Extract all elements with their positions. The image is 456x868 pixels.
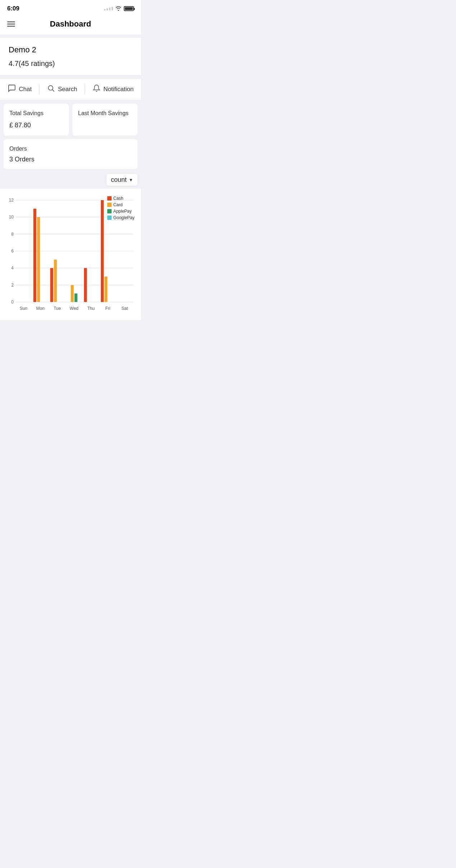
- divider-2: [85, 84, 85, 94]
- svg-rect-28: [101, 200, 104, 302]
- action-bar: Chat Search Notification: [0, 79, 141, 100]
- orders-label: Orders: [9, 146, 132, 152]
- legend-item-applepay: ApplePay: [107, 209, 135, 214]
- legend-label-applepay: ApplePay: [113, 209, 132, 214]
- chart-area: 024681012SunMonTueWedThuFriSat CashCardA…: [4, 194, 137, 316]
- battery-icon: [124, 6, 134, 11]
- svg-text:Sat: Sat: [121, 306, 128, 311]
- legend-label-cash: Cash: [113, 196, 123, 201]
- chat-icon: [8, 84, 16, 95]
- chat-button[interactable]: Chat: [8, 84, 32, 95]
- svg-text:Thu: Thu: [87, 306, 95, 311]
- divider-1: [39, 84, 39, 94]
- header: Dashboard: [0, 15, 141, 34]
- notification-icon: [93, 84, 100, 94]
- legend-label-card: Card: [113, 202, 123, 207]
- total-savings-label: Total Savings: [9, 110, 63, 117]
- legend-item-cash: Cash: [107, 196, 135, 201]
- legend-color-googlepay: [107, 216, 112, 220]
- legend-color-card: [107, 203, 112, 207]
- total-savings-value: £ 87.80: [9, 122, 63, 129]
- svg-rect-26: [84, 268, 87, 302]
- status-bar: 6:09: [0, 0, 141, 15]
- legend-item-googlepay: GooglePay: [107, 215, 135, 220]
- svg-rect-18: [37, 217, 40, 302]
- svg-rect-23: [71, 285, 74, 302]
- count-dropdown-row: count ▼: [0, 171, 141, 187]
- svg-rect-29: [104, 277, 107, 302]
- restaurant-rating: 4.7(45 ratings): [9, 60, 132, 68]
- search-button[interactable]: Search: [47, 84, 77, 94]
- svg-text:Wed: Wed: [70, 306, 78, 311]
- signal-icon: [104, 7, 113, 10]
- svg-text:4: 4: [11, 265, 14, 270]
- svg-text:0: 0: [11, 299, 14, 305]
- chart-legend: CashCardApplePayGooglePay: [107, 196, 135, 220]
- notification-button[interactable]: Notification: [93, 84, 133, 94]
- svg-text:12: 12: [9, 198, 14, 203]
- svg-text:8: 8: [11, 232, 14, 237]
- svg-rect-21: [54, 260, 57, 302]
- svg-line-1: [53, 90, 55, 91]
- search-icon: [47, 84, 55, 94]
- orders-card: Orders 3 Orders: [4, 139, 137, 169]
- restaurant-card: Demo 2 4.7(45 ratings): [0, 38, 141, 75]
- legend-color-cash: [107, 196, 112, 201]
- count-dropdown[interactable]: count ▼: [107, 174, 137, 186]
- menu-button[interactable]: [7, 22, 15, 27]
- svg-text:Mon: Mon: [36, 306, 44, 311]
- chevron-down-icon: ▼: [129, 178, 133, 183]
- restaurant-name: Demo 2: [9, 45, 132, 55]
- legend-label-googlepay: GooglePay: [113, 215, 135, 220]
- legend-item-card: Card: [107, 202, 135, 207]
- last-month-savings-label: Last Month Savings: [78, 110, 132, 117]
- legend-color-applepay: [107, 209, 112, 213]
- page-title: Dashboard: [50, 19, 91, 29]
- svg-text:6: 6: [11, 249, 14, 254]
- status-time: 6:09: [7, 5, 19, 12]
- chat-label: Chat: [19, 86, 32, 93]
- svg-rect-24: [75, 293, 77, 302]
- svg-point-0: [48, 86, 53, 90]
- total-savings-card: Total Savings £ 87.80: [4, 104, 69, 136]
- chart-container: 024681012SunMonTueWedThuFriSat CashCardA…: [0, 189, 141, 320]
- svg-text:2: 2: [11, 283, 14, 288]
- wifi-icon: [115, 6, 122, 12]
- svg-rect-17: [33, 209, 36, 302]
- svg-text:Tue: Tue: [53, 306, 61, 311]
- notification-label: Notification: [103, 86, 133, 93]
- svg-text:Fri: Fri: [105, 306, 111, 311]
- svg-rect-20: [50, 268, 53, 302]
- orders-value: 3 Orders: [9, 156, 132, 163]
- svg-text:Sun: Sun: [20, 306, 27, 311]
- search-label: Search: [58, 86, 77, 93]
- last-month-savings-card: Last Month Savings: [72, 104, 138, 136]
- count-label: count: [111, 176, 127, 184]
- status-icons: [104, 6, 134, 12]
- orders-section: Orders 3 Orders: [0, 139, 141, 169]
- svg-text:10: 10: [9, 214, 14, 220]
- stats-row: Total Savings £ 87.80 Last Month Savings: [0, 104, 141, 136]
